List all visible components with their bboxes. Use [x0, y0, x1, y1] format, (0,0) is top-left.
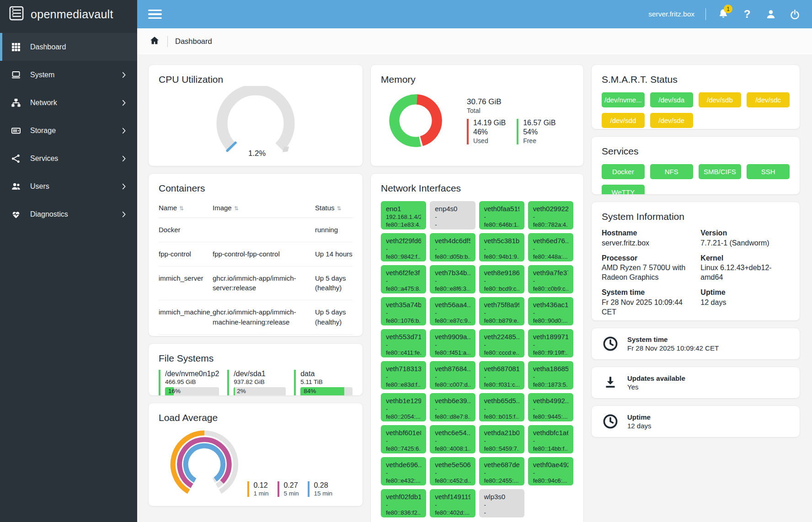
network-interface-chip: veth553d717 - fe80::c411:fe...	[381, 329, 426, 357]
interface-ipv6: fe80::c007:d...	[435, 381, 470, 389]
interface-name: veth2f29fd6	[386, 236, 421, 245]
filesystem-usage-fill	[234, 387, 235, 396]
container-status: running	[315, 225, 353, 235]
interface-ipv6: fe80::1e83:4...	[386, 221, 421, 229]
interface-ipv6: fe80::90d0:...	[533, 317, 568, 325]
filesystem-item: /dev/sda1 937.82 GiB 2%	[227, 370, 286, 396]
sidebar-nav: Dashboard System	[0, 33, 137, 228]
notifications-bell-icon[interactable]: 1	[717, 8, 730, 21]
memory-free-block: 16.57 GiB 54% Free	[517, 119, 556, 144]
filesystem-usage-bar: 16%	[165, 387, 219, 396]
interface-name: veth189971b	[533, 332, 568, 341]
interface-ipv4: -	[484, 309, 519, 317]
power-icon[interactable]	[788, 8, 801, 21]
home-icon[interactable]	[149, 35, 160, 48]
card-title: Memory	[381, 74, 573, 85]
notification-badge: 1	[724, 5, 732, 13]
service-chip: NFS	[650, 164, 693, 179]
sidebar-item-network[interactable]: Network	[0, 89, 137, 117]
chevron-right-icon	[120, 182, 128, 191]
interface-name: veth22485...	[484, 332, 519, 341]
column-header-image[interactable]: Image⇅	[213, 204, 315, 212]
interface-name: enp4s0	[435, 204, 470, 213]
hamburger-menu-icon[interactable]	[148, 10, 162, 19]
interface-ipv6: fe80::d8e7:8...	[435, 413, 470, 421]
sidebar-item-storage[interactable]: Storage	[0, 117, 137, 144]
cpu-gauge: 1.2%	[203, 86, 309, 163]
smart-device-chip: /dev/sdc	[747, 92, 790, 107]
network-hierarchy-icon	[11, 97, 21, 108]
memory-used-block: 14.19 GiB 46% Used	[467, 119, 506, 144]
service-chip: SSH	[747, 164, 790, 179]
file-systems-card: File Systems /dev/nvme0n1p2 466.95 GiB 1…	[148, 343, 363, 396]
container-image: fpp-control-fpp-control	[213, 249, 315, 259]
interface-ipv6: fe80::1873:5...	[533, 381, 568, 389]
interface-ipv4: -	[435, 501, 470, 509]
network-interface-chip: vethb65d5... - fe80::b015:f...	[479, 393, 524, 421]
sidebar-item-users[interactable]: Users	[0, 172, 137, 200]
interface-ipv4: -	[533, 341, 568, 349]
network-interface-chip: vethde696... - fe80::e432:...	[381, 457, 426, 485]
container-status: Up 14 hours	[315, 249, 353, 259]
interface-ipv4: -	[533, 309, 568, 317]
chevron-right-icon	[120, 71, 128, 79]
user-account-icon[interactable]	[764, 8, 777, 21]
chevron-right-icon	[120, 99, 128, 107]
interface-ipv6: fe80::c411:fe...	[386, 349, 421, 357]
interface-name: veth0faa519	[484, 204, 519, 213]
load-legend-item: 0.12 1 min	[247, 481, 268, 497]
main-area: server.fritz.box 1 ?	[137, 0, 812, 522]
column-header-name[interactable]: Name⇅	[159, 204, 213, 212]
network-interface-chip: veth22485... - fe80::cccd:e...	[479, 329, 524, 357]
table-row: immich_server ghcr.io/immich-app/immich-…	[159, 266, 353, 301]
services-card: Services Docker NFS	[591, 136, 800, 195]
service-label: SMB/CIFS	[704, 168, 736, 176]
memory-total-value: 30.76 GiB	[467, 97, 556, 107]
network-interface-chip: vethb1e129f - fe80::2054:...	[381, 393, 426, 421]
memory-used-value: 14.19 GiB	[473, 119, 506, 127]
network-interface-chip: vethbf601e8 - fe80::7425:6...	[381, 425, 426, 453]
interface-name: veth6870813	[484, 364, 519, 373]
help-icon[interactable]: ?	[741, 8, 753, 21]
interface-name: vethf02fdb1	[386, 492, 421, 501]
interface-name: veth56aa4...	[435, 300, 470, 309]
interface-name: veth9a7fe37	[533, 268, 568, 277]
clock-icon	[602, 335, 619, 352]
column-header-status[interactable]: Status⇅	[315, 204, 353, 212]
interface-name: veth6f2fe3f	[386, 268, 421, 277]
brand: openmediavault	[0, 0, 137, 28]
interface-ipv6: fe80::c452:d...	[435, 477, 470, 485]
network-interface-chip: veth87684... - fe80::c007:d...	[430, 361, 475, 389]
sidebar-item-system[interactable]: System	[0, 61, 137, 89]
service-chip: WeTTY	[602, 185, 645, 195]
sidebar: openmediavault Dashboard	[0, 0, 137, 522]
interface-ipv4: -	[435, 245, 470, 253]
interface-ipv4: -	[533, 373, 568, 381]
sysinfo-field-value: Linux 6.12.43+deb12-amd64	[700, 263, 790, 282]
sidebar-item-dashboard[interactable]: Dashboard	[0, 33, 137, 61]
interface-ipv4: -	[484, 277, 519, 285]
sysinfo-field-value: 12 days	[700, 298, 790, 308]
interface-ipv6: fe80::b015:f...	[484, 413, 519, 421]
interface-name: veth436ac13	[533, 300, 568, 309]
interface-ipv4: -	[386, 405, 421, 413]
interface-name: vethf0ae492	[533, 460, 568, 469]
container-name: immich_machine_learning	[159, 307, 213, 317]
container-status: Up 5 days (healthy)	[315, 273, 353, 293]
interface-ipv6: fe80::e432:...	[386, 477, 421, 485]
interface-name: vethe5e506c	[435, 460, 470, 469]
dashboard-grid-icon	[11, 42, 21, 53]
sidebar-item-services[interactable]: Services	[0, 144, 137, 172]
table-row: Docker running	[159, 218, 353, 242]
sysinfo-field: Processor AMD Ryzen 7 5700U with Radeon …	[602, 254, 695, 282]
sidebar-item-diagnostics[interactable]: Diagnostics	[0, 200, 137, 228]
network-interface-chip: vethf149119 - fe80::402d:...	[430, 489, 475, 517]
network-interface-chip: eno1 192.168.1.4/24 fe80::1e83:4...	[381, 201, 426, 229]
network-interface-chip: enp4s0 - -	[430, 201, 475, 229]
filesystem-device: data	[300, 370, 353, 378]
load-legend: 0.12 1 min 0.27 5 min 0.28 15 min	[247, 481, 332, 497]
services-list: Docker NFS SMB/CIFS SSH	[602, 164, 790, 195]
network-interface-chip: veth9a7fe37 - fe80::c0b9:c...	[528, 265, 573, 293]
interface-ipv6: fe80::2054:...	[386, 413, 421, 421]
interface-name: vethbf601e8	[386, 428, 421, 437]
